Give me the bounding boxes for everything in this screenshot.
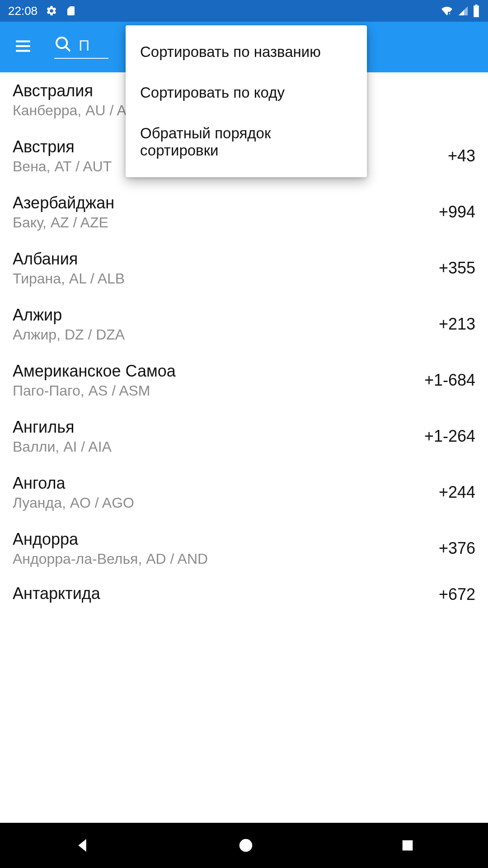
country-code: +672: [439, 585, 475, 604]
sort-by-code-item[interactable]: Сортировать по коду: [126, 72, 367, 113]
sort-by-name-item[interactable]: Сортировать по названию: [126, 32, 367, 72]
svg-text:x: x: [449, 11, 450, 15]
settings-gear-icon: [46, 5, 57, 17]
country-sub: Тирана, AL / ALB: [13, 270, 125, 287]
status-right: x: [440, 5, 480, 17]
svg-point-5: [56, 38, 67, 48]
list-item[interactable]: Алжир Алжир, DZ / DZA +213: [0, 297, 488, 353]
list-item[interactable]: Албания Тирана, AL / ALB +355: [0, 241, 488, 297]
country-sub: Луанда, AO / AGO: [13, 495, 134, 511]
country-name: Ангола: [13, 474, 134, 493]
search-input[interactable]: [79, 37, 106, 54]
battery-icon: [473, 5, 480, 17]
nav-home-icon[interactable]: [237, 837, 254, 854]
country-name: Азербайджан: [13, 193, 114, 212]
country-name: Ангилья: [13, 418, 112, 437]
country-code: +1-264: [424, 427, 475, 446]
list-item[interactable]: Ангола Луанда, AO / AGO +244: [0, 465, 488, 521]
country-code: +376: [439, 539, 475, 558]
country-sub: Алжир, DZ / DZA: [13, 326, 125, 343]
list-item[interactable]: Азербайджан Баку, AZ / AZE +994: [0, 184, 488, 241]
country-name: Австрия: [13, 137, 112, 156]
wifi-icon: x: [440, 5, 454, 16]
status-bar: 22:08 x: [0, 0, 488, 22]
country-name: Антарктида: [13, 584, 100, 603]
list-item[interactable]: Ангилья Валли, AI / AIA +1-264: [0, 409, 488, 465]
country-sub: Паго-Паго, AS / ASM: [13, 382, 176, 399]
nav-recent-icon[interactable]: [400, 838, 415, 853]
country-name: Албания: [13, 250, 125, 269]
list-item[interactable]: Андорра Андорра-ла-Велья, AD / AND +376: [0, 521, 488, 577]
country-sub: Баку, AZ / AZE: [13, 214, 114, 231]
country-name: Алжир: [13, 306, 125, 325]
country-list[interactable]: Австралия Канберра, AU / AUS Австрия Вен…: [0, 72, 488, 823]
svg-rect-8: [403, 840, 413, 851]
country-code: +1-684: [424, 371, 475, 390]
country-code: +244: [439, 483, 475, 502]
country-name: Андорра: [13, 530, 208, 549]
nav-back-icon[interactable]: [73, 836, 92, 855]
hamburger-menu-icon[interactable]: [14, 37, 33, 57]
list-item[interactable]: Американское Самоа Паго-Паго, AS / ASM +…: [0, 353, 488, 409]
country-code: +355: [439, 259, 475, 278]
country-code: +43: [448, 146, 475, 165]
android-nav-bar: [0, 823, 488, 868]
svg-point-7: [239, 839, 253, 852]
country-sub: Андорра-ла-Велья, AD / AND: [13, 551, 208, 567]
country-code: +994: [439, 203, 475, 222]
cell-signal-icon: [457, 5, 469, 16]
svg-line-6: [66, 47, 70, 51]
country-name: Американское Самоа: [13, 362, 176, 381]
sort-popup-menu: Сортировать по названию Сортировать по к…: [126, 25, 367, 177]
list-item[interactable]: Антарктида +672: [0, 577, 488, 605]
search-icon: [54, 35, 72, 55]
country-sub: Валли, AI / AIA: [13, 439, 112, 455]
country-sub: Вена, AT / AUT: [13, 158, 112, 175]
country-code: +213: [439, 315, 475, 334]
sd-card-icon: [66, 5, 76, 17]
search-field[interactable]: [54, 35, 108, 59]
status-time: 22:08: [8, 4, 38, 18]
status-left: 22:08: [8, 4, 76, 18]
reverse-sort-item[interactable]: Обратный порядок сортировки: [126, 113, 367, 171]
